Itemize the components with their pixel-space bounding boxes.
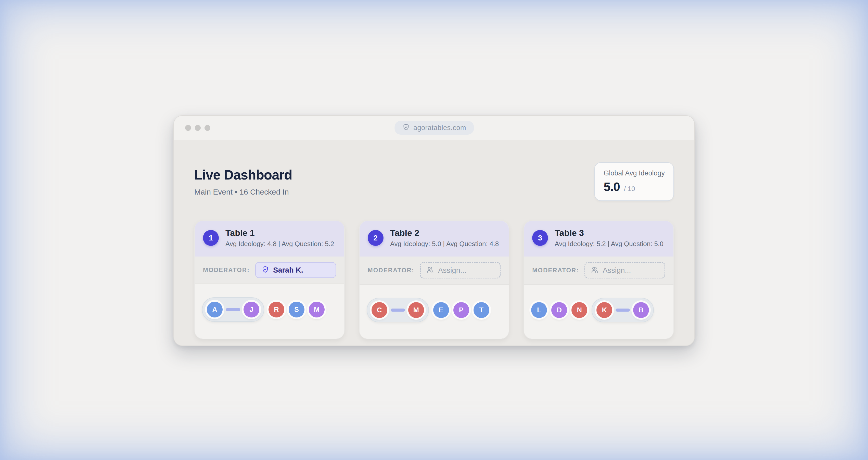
moderator-name: Sarah K. <box>273 266 303 274</box>
moderator-label: MODERATOR: <box>368 267 414 274</box>
event-status-text: Main Event • 16 Checked In <box>194 188 292 196</box>
moderator-label: MODERATOR: <box>532 267 579 274</box>
url-text: agoratables.com <box>413 124 466 132</box>
table-2-moderator-row: MODERATOR: Assign... <box>360 256 509 284</box>
window-controls <box>185 125 210 131</box>
table-card-1: 1 Table 1 Avg Ideology: 4.8 | Avg Questi… <box>194 220 345 339</box>
global-avg-ideology-card: Global Avg Ideology 5.0 / 10 <box>594 162 674 201</box>
global-stat-suffix: / 10 <box>624 185 635 193</box>
table-stats: Avg Ideology: 5.0 | Avg Question: 4.8 <box>390 240 499 248</box>
table-card-3: 3 Table 3 Avg Ideology: 5.2 | Avg Questi… <box>524 220 674 339</box>
pair-connector <box>391 309 405 312</box>
browser-chrome: agoratables.com <box>174 116 694 140</box>
window-control-dot[interactable] <box>195 125 201 131</box>
table-title-block: Table 2 Avg Ideology: 5.0 | Avg Question… <box>390 228 499 248</box>
guest-avatar[interactable]: T <box>473 302 489 318</box>
table-number-badge: 3 <box>532 230 548 246</box>
table-title-block: Table 3 Avg Ideology: 5.2 | Avg Question… <box>555 228 663 248</box>
guest-avatar[interactable]: J <box>244 302 259 317</box>
window-control-dot[interactable] <box>205 125 210 131</box>
global-stat-label: Global Avg Ideology <box>603 169 665 177</box>
guest-avatar[interactable]: M <box>408 302 424 318</box>
moderator-label: MODERATOR: <box>203 267 250 274</box>
table-1-seats: A J R S M <box>195 284 344 338</box>
table-name: Table 1 <box>225 228 334 238</box>
table-3-seats: L D N K B <box>524 284 674 339</box>
table-number-badge: 1 <box>203 230 219 246</box>
guest-avatar[interactable]: B <box>633 302 649 318</box>
global-stat-value: 5.0 <box>603 180 620 194</box>
dashboard-header: Live Dashboard Main Event • 16 Checked I… <box>194 162 674 201</box>
table-3-moderator-row: MODERATOR: Assign... <box>524 256 674 284</box>
table-stats: Avg Ideology: 4.8 | Avg Question: 5.2 <box>225 240 334 248</box>
table-2-seats: C M E P T <box>360 284 509 339</box>
title-block: Live Dashboard Main Event • 16 Checked I… <box>194 167 292 196</box>
moderator-assigned-pill[interactable]: Sarah K. <box>255 262 336 278</box>
guest-avatar[interactable]: M <box>309 302 324 317</box>
table-1-moderator-row: MODERATOR: Sarah K. <box>195 256 344 284</box>
moderator-assign-button[interactable]: Assign... <box>420 262 501 278</box>
guest-avatar[interactable]: N <box>571 302 587 318</box>
guest-avatar[interactable]: E <box>433 302 449 318</box>
page-background: agoratables.com Live Dashboard Main Even… <box>0 0 868 460</box>
guest-avatar[interactable]: A <box>207 302 223 317</box>
guest-avatar[interactable]: L <box>531 302 547 318</box>
guest-avatar[interactable]: R <box>269 302 284 317</box>
guest-avatar[interactable]: K <box>596 302 612 318</box>
global-stat-value-row: 5.0 / 10 <box>603 180 665 194</box>
dashboard-content: Live Dashboard Main Event • 16 Checked I… <box>174 140 694 339</box>
guest-avatar[interactable]: S <box>289 302 305 317</box>
table-name: Table 3 <box>555 228 663 238</box>
assign-placeholder: Assign... <box>602 266 631 275</box>
paired-guests-group: C M <box>367 298 429 322</box>
page-title: Live Dashboard <box>194 167 292 183</box>
table-stats: Avg Ideology: 5.2 | Avg Question: 5.0 <box>555 240 663 248</box>
table-2-header: 2 Table 2 Avg Ideology: 5.0 | Avg Questi… <box>360 221 509 256</box>
users-icon <box>591 266 598 275</box>
table-1-header: 1 Table 1 Avg Ideology: 4.8 | Avg Questi… <box>195 221 344 256</box>
table-number-badge: 2 <box>368 230 383 246</box>
shield-check-icon <box>261 266 269 274</box>
browser-window: agoratables.com Live Dashboard Main Even… <box>174 115 695 346</box>
assign-placeholder: Assign... <box>438 266 466 275</box>
pair-connector <box>226 308 240 311</box>
guest-avatar[interactable]: P <box>454 302 469 318</box>
table-name: Table 2 <box>390 228 499 238</box>
address-bar[interactable]: agoratables.com <box>395 121 474 135</box>
paired-guests-group: A J <box>202 297 264 322</box>
window-control-dot[interactable] <box>185 125 191 131</box>
pair-connector <box>616 309 630 312</box>
guest-avatar[interactable]: D <box>551 302 567 318</box>
shield-check-icon <box>402 123 410 132</box>
table-title-block: Table 1 Avg Ideology: 4.8 | Avg Question… <box>225 228 334 248</box>
guest-avatar[interactable]: C <box>372 302 388 318</box>
table-cards-row: 1 Table 1 Avg Ideology: 4.8 | Avg Questi… <box>194 220 674 339</box>
users-icon <box>426 266 434 275</box>
table-card-2: 2 Table 2 Avg Ideology: 5.0 | Avg Questi… <box>359 220 509 339</box>
moderator-assign-button[interactable]: Assign... <box>584 262 665 278</box>
paired-guests-group: K B <box>592 298 654 322</box>
table-3-header: 3 Table 3 Avg Ideology: 5.2 | Avg Questi… <box>524 221 674 256</box>
